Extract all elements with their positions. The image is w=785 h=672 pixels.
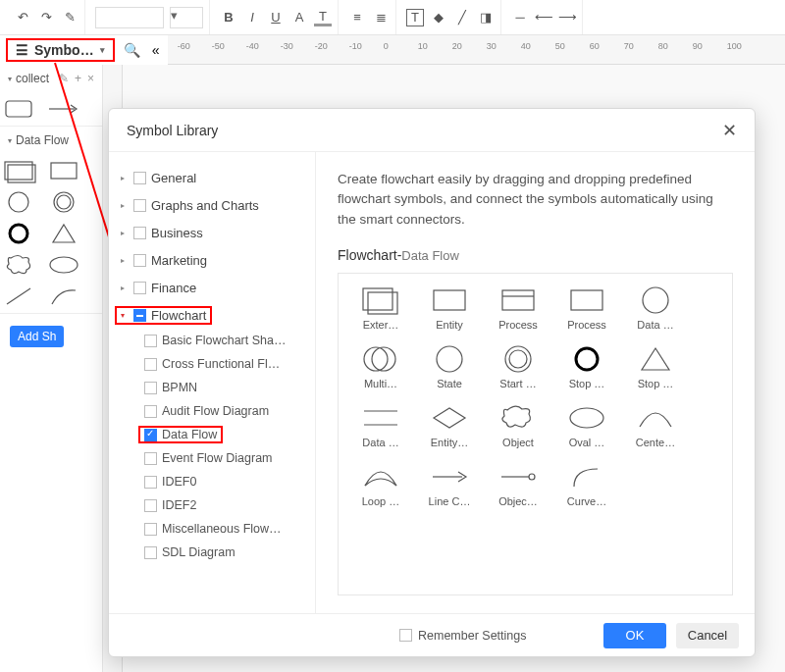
preview-shape[interactable]: Process: [484, 285, 552, 331]
panel-shape-1[interactable]: [49, 160, 78, 181]
preview-shape[interactable]: Line C…: [415, 462, 484, 507]
panel-shape-4[interactable]: [4, 223, 33, 244]
tree-item[interactable]: ▸Finance: [109, 274, 315, 301]
svg-rect-17: [571, 290, 602, 310]
add-icon[interactable]: +: [75, 72, 81, 85]
preview-shape[interactable]: Stop …: [552, 344, 621, 389]
checkbox-icon: [133, 282, 146, 294]
symbol-library-button[interactable]: ☰ Symbo… ▾: [6, 38, 115, 62]
horizontal-ruler: -60-50-40-30-20-100102030405060708090100: [168, 35, 785, 65]
preview-shape[interactable]: Object: [484, 403, 552, 448]
tree-item[interactable]: ▸Graphs and Charts: [109, 191, 315, 219]
svg-point-30: [529, 474, 535, 480]
underline-icon[interactable]: U: [267, 9, 285, 26]
checkbox-icon: [144, 405, 157, 418]
preview-shape[interactable]: Data …: [621, 285, 690, 331]
redo-icon[interactable]: ↷: [37, 9, 55, 26]
checkbox-icon: [133, 172, 146, 184]
preview-shape[interactable]: Start …: [484, 344, 552, 389]
tree-subitem[interactable]: Basic Flowchart Sha…: [109, 329, 315, 352]
text-box-icon[interactable]: T: [406, 9, 424, 26]
chevron-down-icon: ▾: [100, 45, 105, 55]
tree-subitem[interactable]: IDEF2: [109, 493, 315, 517]
preview-shape[interactable]: Objec…: [484, 462, 552, 507]
preview-shape[interactable]: Curve…: [552, 462, 621, 507]
panel-shape-0[interactable]: [4, 160, 33, 181]
tree-subitem[interactable]: Event Flow Diagram: [109, 446, 315, 470]
paint-icon[interactable]: ✎: [61, 9, 78, 26]
preview-shape[interactable]: Process: [552, 285, 621, 331]
library-icon: ☰: [16, 42, 28, 58]
panel-shape-9[interactable]: [49, 285, 78, 307]
align-icon[interactable]: ≡: [348, 9, 366, 26]
svg-rect-0: [6, 101, 31, 117]
preview-shape[interactable]: Loop …: [346, 462, 415, 507]
tree-subitem[interactable]: Cross Functional Fl…: [109, 352, 315, 376]
panel-shape-2[interactable]: [4, 191, 33, 213]
tree-subitem[interactable]: BPMN: [109, 376, 315, 399]
svg-point-24: [576, 348, 598, 370]
panel-shape-3[interactable]: [49, 191, 78, 213]
shadow-icon[interactable]: ◨: [477, 9, 495, 26]
preview-shape[interactable]: Oval …: [552, 403, 621, 448]
close-icon[interactable]: ×: [87, 72, 94, 85]
preview-shape[interactable]: Data …: [346, 403, 415, 448]
preview-shape[interactable]: Multi…: [346, 344, 415, 389]
preview-shape[interactable]: Exter…: [346, 285, 415, 331]
svg-line-10: [7, 288, 30, 304]
tree-subitem[interactable]: IDEF0: [109, 470, 315, 493]
italic-icon[interactable]: I: [243, 9, 261, 26]
collapse-panel-icon[interactable]: «: [144, 42, 168, 58]
valign-icon[interactable]: ≣: [372, 9, 390, 26]
remember-settings-checkbox[interactable]: Remember Settings: [399, 629, 526, 643]
font-size-select[interactable]: ▾: [170, 7, 203, 28]
collect-section-header[interactable]: ▾collect ✎+×: [0, 65, 102, 92]
preview-shape[interactable]: Cente…: [621, 403, 690, 448]
symbol-library-dialog: Symbol Library ✕ ▸General▸Graphs and Cha…: [108, 108, 756, 657]
tree-subitem[interactable]: Data Flow: [109, 423, 315, 446]
highlight-icon[interactable]: T: [314, 9, 332, 26]
preview-shape[interactable]: Entity…: [415, 403, 484, 448]
font-family-select[interactable]: [95, 7, 164, 28]
preview-shape[interactable]: Entity: [415, 285, 484, 331]
undo-icon[interactable]: ↶: [14, 9, 31, 26]
arrow-start-icon[interactable]: ⟵: [535, 9, 552, 26]
tree-item[interactable]: ▸General: [109, 164, 315, 191]
category-description: Create flowchart easily by dragging and …: [338, 170, 733, 230]
symbol-library-label: Symbo…: [34, 42, 94, 58]
checkbox-icon: [144, 358, 157, 371]
preview-shape[interactable]: State: [415, 344, 484, 389]
dialog-close-icon[interactable]: ✕: [722, 120, 737, 141]
line-style-icon[interactable]: ╱: [453, 9, 471, 26]
tree-item[interactable]: ▸Marketing: [109, 246, 315, 274]
arrow-end-icon[interactable]: ⟶: [558, 9, 576, 26]
svg-point-8: [10, 225, 27, 242]
shape-line-arrow[interactable]: [49, 98, 78, 120]
dialog-title: Symbol Library: [127, 123, 218, 138]
tree-item-flowchart[interactable]: ▾Flowchart: [109, 301, 315, 329]
checkbox-icon: [144, 499, 157, 512]
font-color-icon[interactable]: A: [290, 9, 308, 26]
add-shape-button[interactable]: Add Sh: [10, 326, 64, 347]
panel-shape-8[interactable]: [4, 285, 33, 307]
edit-icon[interactable]: ✎: [59, 72, 69, 85]
bold-icon[interactable]: B: [220, 9, 237, 26]
panel-shape-6[interactable]: [4, 254, 33, 276]
panel-shape-7[interactable]: [49, 254, 78, 276]
tree-subitem[interactable]: Miscellaneous Flow…: [109, 517, 315, 541]
shape-preview-box: Exter…EntityProcessProcessData …Multi…St…: [338, 273, 733, 595]
search-icon[interactable]: 🔍: [121, 42, 144, 58]
ok-button[interactable]: OK: [603, 623, 666, 648]
preview-shape[interactable]: Stop …: [621, 344, 690, 389]
dataflow-section-header[interactable]: ▾Data Flow: [0, 127, 102, 154]
line-icon[interactable]: ─: [511, 9, 529, 26]
fill-icon[interactable]: ◆: [430, 9, 447, 26]
checkbox-icon: [144, 382, 157, 394]
tree-subitem[interactable]: SDL Diagram: [109, 541, 315, 564]
panel-shape-5[interactable]: [49, 223, 78, 244]
tree-subitem[interactable]: Audit Flow Diagram: [109, 399, 315, 423]
shape-rect[interactable]: [4, 98, 33, 120]
cancel-button[interactable]: Cancel: [676, 623, 739, 648]
tree-item[interactable]: ▸Business: [109, 219, 315, 246]
svg-point-7: [57, 195, 71, 209]
